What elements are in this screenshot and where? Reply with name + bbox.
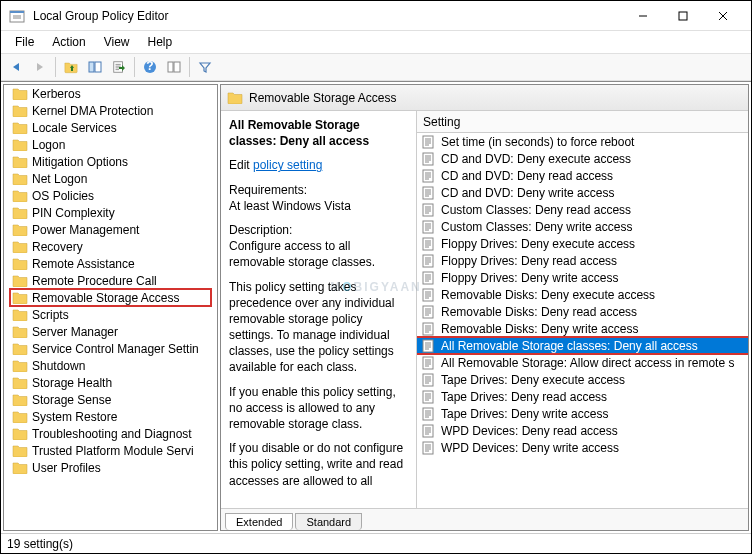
folder-icon	[12, 291, 28, 304]
menu-action[interactable]: Action	[44, 33, 93, 51]
tree-item[interactable]: Scripts	[4, 306, 217, 323]
forward-button[interactable]	[29, 56, 51, 78]
setting-label: Set time (in seconds) to force reboot	[441, 135, 634, 149]
toolbar-separator	[134, 57, 135, 77]
tree-item-label: PIN Complexity	[32, 206, 115, 220]
folder-icon	[12, 240, 28, 253]
setting-row[interactable]: Custom Classes: Deny write access	[417, 218, 748, 235]
setting-row[interactable]: All Removable Storage classes: Deny all …	[417, 337, 748, 354]
setting-row[interactable]: Floppy Drives: Deny execute access	[417, 235, 748, 252]
setting-row[interactable]: Tape Drives: Deny write access	[417, 405, 748, 422]
setting-row[interactable]: Custom Classes: Deny read access	[417, 201, 748, 218]
folder-icon	[12, 189, 28, 202]
tree-item[interactable]: Recovery	[4, 238, 217, 255]
tree-item[interactable]: Storage Sense	[4, 391, 217, 408]
close-button[interactable]	[703, 2, 743, 30]
setting-row[interactable]: Tape Drives: Deny execute access	[417, 371, 748, 388]
folder-icon	[12, 325, 28, 338]
folder-icon	[12, 138, 28, 151]
tree-item[interactable]: Troubleshooting and Diagnost	[4, 425, 217, 442]
tree-item-label: Storage Sense	[32, 393, 111, 407]
tree-item-label: OS Policies	[32, 189, 94, 203]
folder-icon	[12, 206, 28, 219]
setting-row[interactable]: All Removable Storage: Allow direct acce…	[417, 354, 748, 371]
tree-item[interactable]: Kerberos	[4, 85, 217, 102]
tree-item-label: Mitigation Options	[32, 155, 128, 169]
toolbar-separator	[189, 57, 190, 77]
column-header-setting[interactable]: Setting	[417, 111, 748, 133]
tree-item[interactable]: Remote Assistance	[4, 255, 217, 272]
menu-view[interactable]: View	[96, 33, 138, 51]
filter-button[interactable]	[194, 56, 216, 78]
setting-label: Tape Drives: Deny write access	[441, 407, 608, 421]
setting-row[interactable]: CD and DVD: Deny read access	[417, 167, 748, 184]
policy-icon	[421, 441, 437, 455]
maximize-button[interactable]	[663, 2, 703, 30]
svg-rect-14	[95, 62, 101, 72]
back-button[interactable]	[5, 56, 27, 78]
setting-row[interactable]: Removable Disks: Deny write access	[417, 320, 748, 337]
folder-icon	[12, 427, 28, 440]
policy-icon	[421, 305, 437, 319]
folder-icon	[12, 342, 28, 355]
menu-file[interactable]: File	[7, 33, 42, 51]
tree-item[interactable]: System Restore	[4, 408, 217, 425]
properties-button[interactable]	[163, 56, 185, 78]
tree-item[interactable]: Server Manager	[4, 323, 217, 340]
tree-item[interactable]: Removable Storage Access	[4, 289, 217, 306]
setting-row[interactable]: CD and DVD: Deny execute access	[417, 150, 748, 167]
folder-icon	[12, 257, 28, 270]
tree-item[interactable]: Storage Health	[4, 374, 217, 391]
folder-icon	[12, 393, 28, 406]
folder-icon	[12, 376, 28, 389]
minimize-button[interactable]	[623, 2, 663, 30]
setting-row[interactable]: Removable Disks: Deny execute access	[417, 286, 748, 303]
tree-pane[interactable]: KerberosKernel DMA ProtectionLocale Serv…	[3, 84, 218, 531]
setting-row[interactable]: WPD Devices: Deny read access	[417, 422, 748, 439]
setting-row[interactable]: CD and DVD: Deny write access	[417, 184, 748, 201]
svg-text:?: ?	[146, 60, 153, 73]
help-button[interactable]: ?	[139, 56, 161, 78]
tree-item[interactable]: Locale Services	[4, 119, 217, 136]
app-icon	[9, 8, 25, 24]
tree-item[interactable]: Trusted Platform Module Servi	[4, 442, 217, 459]
policy-icon	[421, 390, 437, 404]
setting-row[interactable]: Removable Disks: Deny read access	[417, 303, 748, 320]
tab-extended[interactable]: Extended	[225, 513, 293, 530]
setting-label: All Removable Storage: Allow direct acce…	[441, 356, 734, 370]
show-hide-tree-button[interactable]	[84, 56, 106, 78]
setting-row[interactable]: Floppy Drives: Deny write access	[417, 269, 748, 286]
folder-icon	[12, 461, 28, 474]
tree-item-label: Trusted Platform Module Servi	[32, 444, 194, 458]
tree-item[interactable]: Logon	[4, 136, 217, 153]
tree-item[interactable]: OS Policies	[4, 187, 217, 204]
tree-item[interactable]: Remote Procedure Call	[4, 272, 217, 289]
tree-item[interactable]: Kernel DMA Protection	[4, 102, 217, 119]
view-tabs: Extended Standard	[221, 508, 748, 530]
up-button[interactable]	[60, 56, 82, 78]
menu-help[interactable]: Help	[140, 33, 181, 51]
tree-item[interactable]: User Profiles	[4, 459, 217, 476]
tree-item-label: Power Management	[32, 223, 139, 237]
tree-item[interactable]: Power Management	[4, 221, 217, 238]
tree-item[interactable]: PIN Complexity	[4, 204, 217, 221]
policy-icon	[421, 220, 437, 234]
setting-label: Tape Drives: Deny execute access	[441, 373, 625, 387]
policy-icon	[421, 135, 437, 149]
setting-row[interactable]: Floppy Drives: Deny read access	[417, 252, 748, 269]
export-list-button[interactable]	[108, 56, 130, 78]
edit-policy-link[interactable]: policy setting	[253, 158, 322, 172]
details-header-title: Removable Storage Access	[249, 91, 396, 105]
tree-item[interactable]: Net Logon	[4, 170, 217, 187]
tab-standard[interactable]: Standard	[295, 513, 362, 530]
setting-row[interactable]: Tape Drives: Deny read access	[417, 388, 748, 405]
setting-row[interactable]: Set time (in seconds) to force reboot	[417, 133, 748, 150]
tree-item[interactable]: Service Control Manager Settin	[4, 340, 217, 357]
tree-item[interactable]: Mitigation Options	[4, 153, 217, 170]
tree-item[interactable]: Shutdown	[4, 357, 217, 374]
window-title: Local Group Policy Editor	[33, 9, 623, 23]
setting-label: All Removable Storage classes: Deny all …	[441, 339, 698, 353]
setting-row[interactable]: WPD Devices: Deny write access	[417, 439, 748, 456]
setting-label: Floppy Drives: Deny read access	[441, 254, 617, 268]
folder-icon	[12, 104, 28, 117]
